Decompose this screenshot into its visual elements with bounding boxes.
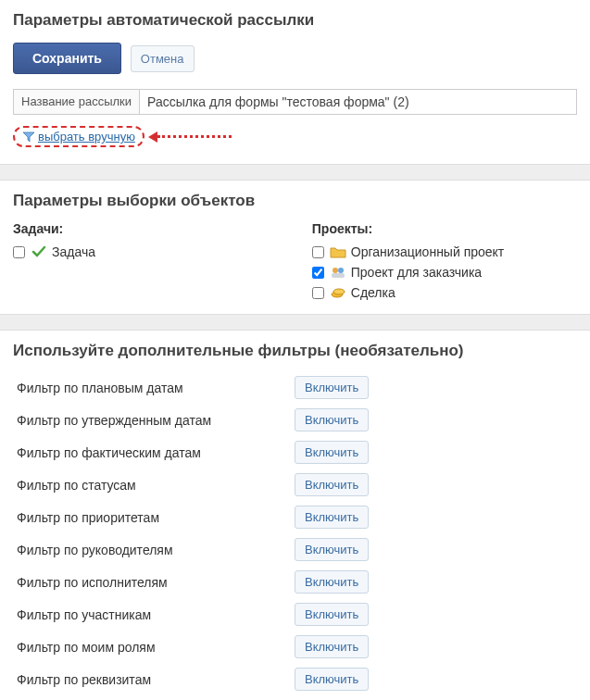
- task-row[interactable]: Задача: [13, 242, 312, 262]
- annotation-arrow: [148, 131, 232, 143]
- filters-list: Фильтр по плановым датам Включить Фильтр…: [13, 371, 577, 700]
- filter-row: Фильтр по родительскому проекту Включить: [17, 695, 577, 700]
- filter-row: Фильтр по руководителям Включить: [17, 533, 577, 566]
- filter-label: Фильтр по моим ролям: [17, 640, 295, 655]
- name-field-input[interactable]: [139, 89, 577, 115]
- filter-label: Фильтр по фактическим датам: [17, 445, 295, 460]
- manual-select-link[interactable]: выбрать вручную: [38, 130, 135, 144]
- filter-row: Фильтр по приоритетам Включить: [17, 501, 577, 533]
- project-label-1: Проект для заказчика: [351, 265, 482, 280]
- svg-rect-2: [332, 273, 345, 278]
- page-title: Параметры автоматической рассылки: [13, 11, 577, 30]
- divider-1: [0, 164, 590, 181]
- filter-row: Фильтр по статусам Включить: [17, 469, 577, 501]
- project-checkbox-2[interactable]: [312, 287, 324, 299]
- coins-icon: [330, 285, 346, 300]
- project-row[interactable]: Организационный проект: [312, 242, 577, 262]
- filter-label: Фильтр по руководителям: [17, 543, 295, 557]
- header-section: Параметры автоматической рассылки Сохран…: [0, 0, 590, 164]
- selection-section: Параметры выборки объектов Задачи: Задач…: [0, 181, 590, 314]
- filter-enable-button[interactable]: Включить: [295, 538, 369, 561]
- filter-enable-button[interactable]: Включить: [295, 408, 369, 431]
- check-green-icon: [31, 244, 47, 259]
- task-checkbox[interactable]: [13, 246, 25, 258]
- filter-label: Фильтр по участникам: [17, 607, 295, 622]
- filter-row: Фильтр по реквизитам Включить: [17, 663, 577, 695]
- svg-point-4: [333, 289, 345, 294]
- name-row: Название рассылки: [13, 89, 577, 115]
- tasks-column: Задачи: Задача: [13, 221, 312, 303]
- project-checkbox-1[interactable]: [312, 267, 324, 279]
- filter-enable-button[interactable]: Включить: [295, 570, 369, 594]
- filters-title: Используйте дополнительные фильтры (необ…: [13, 342, 577, 360]
- filter-row: Фильтр по участникам Включить: [17, 598, 577, 631]
- projects-heading: Проекты:: [312, 221, 577, 236]
- svg-point-0: [333, 268, 338, 273]
- funnel-icon: [22, 131, 35, 144]
- selection-title: Параметры выборки объектов: [13, 192, 577, 210]
- action-row: Сохранить Отмена: [13, 43, 577, 74]
- filter-label: Фильтр по исполнителям: [17, 575, 295, 590]
- filter-row: Фильтр по моим ролям Включить: [17, 631, 577, 663]
- project-label-2: Сделка: [351, 285, 395, 300]
- filter-label: Фильтр по статусам: [17, 478, 295, 493]
- filter-label: Фильтр по плановым датам: [17, 381, 295, 395]
- cancel-button[interactable]: Отмена: [131, 45, 195, 72]
- save-button[interactable]: Сохранить: [13, 43, 121, 74]
- filter-enable-button[interactable]: Включить: [295, 668, 369, 691]
- filter-label: Фильтр по утвержденным датам: [17, 413, 295, 428]
- divider-2: [0, 314, 590, 331]
- filter-row: Фильтр по плановым датам Включить: [17, 371, 577, 404]
- filter-enable-button[interactable]: Включить: [295, 603, 369, 626]
- filter-label: Фильтр по приоритетам: [17, 510, 295, 525]
- svg-point-1: [338, 268, 344, 273]
- filter-enable-button[interactable]: Включить: [295, 635, 369, 658]
- filter-enable-button[interactable]: Включить: [295, 376, 369, 399]
- manual-select-highlight: выбрать вручную: [13, 126, 144, 147]
- filter-label: Фильтр по реквизитам: [17, 672, 295, 687]
- tasks-heading: Задачи:: [13, 221, 312, 236]
- project-label-0: Организационный проект: [351, 244, 505, 259]
- filter-enable-button[interactable]: Включить: [295, 441, 369, 464]
- filter-row: Фильтр по фактическим датам Включить: [17, 436, 577, 469]
- project-row[interactable]: Сделка: [312, 282, 577, 303]
- project-checkbox-0[interactable]: [312, 246, 324, 258]
- filter-row: Фильтр по исполнителям Включить: [17, 566, 577, 598]
- folder-yellow-icon: [330, 244, 346, 259]
- project-row[interactable]: Проект для заказчика: [312, 262, 577, 282]
- people-icon: [330, 265, 346, 280]
- projects-column: Проекты: Организационный проект Про: [312, 221, 577, 303]
- filter-enable-button[interactable]: Включить: [295, 506, 369, 529]
- filter-enable-button[interactable]: Включить: [295, 473, 369, 496]
- name-field-label: Название рассылки: [13, 89, 139, 115]
- task-label: Задача: [52, 244, 95, 259]
- filter-row: Фильтр по утвержденным датам Включить: [17, 404, 577, 436]
- filters-section: Используйте дополнительные фильтры (необ…: [0, 331, 590, 700]
